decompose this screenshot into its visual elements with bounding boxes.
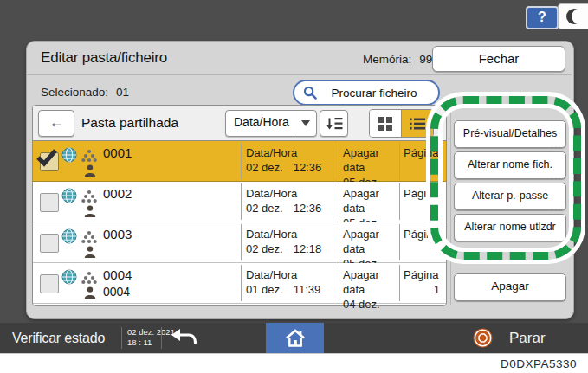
- shared-network-icon: [81, 190, 97, 203]
- device-screen: ? Editar pasta/ficheiro Memória:99% Fech…: [0, 0, 588, 373]
- shared-network-icon: [81, 149, 97, 163]
- delete-button[interactable]: Apagar: [454, 273, 566, 301]
- list-view-icon: [410, 118, 425, 130]
- globe-icon: [61, 228, 77, 244]
- highlight-annotation: [430, 96, 581, 260]
- date-cell: Data/Hora 02 dez.12:36: [246, 186, 336, 215]
- selected-count: 01: [116, 86, 129, 99]
- list-view-button[interactable]: [401, 110, 433, 137]
- chevron-down-icon: [301, 120, 310, 126]
- user-icon: [84, 246, 96, 258]
- file-row-0004[interactable]: 0004 0004 Data/Hora 01 dez.11:39 Apagar …: [33, 263, 446, 304]
- document-code: D0DXPA5330: [501, 357, 577, 370]
- date-cell: Data/Hora 02 dez.12:36: [246, 145, 336, 175]
- home-button[interactable]: [266, 323, 324, 353]
- view-toggle: [369, 109, 434, 138]
- back-arrow-icon: ←: [48, 113, 64, 131]
- shared-network-icon: [81, 271, 97, 285]
- list-toolbar: ← Pasta partilhada Data/Hora: [33, 106, 446, 141]
- date-value: 02 dez. 2021: [127, 327, 175, 337]
- file-owner: 0004: [103, 285, 130, 299]
- grid-view-icon: [378, 117, 392, 131]
- title-divider: [27, 74, 572, 75]
- user-icon: [84, 286, 96, 299]
- globe-icon: [61, 147, 77, 163]
- divider: [121, 327, 122, 349]
- file-rows: 0001 Data/Hora 02 dez.12:36 Apagar data …: [33, 141, 446, 304]
- file-name: 0001: [103, 145, 132, 160]
- checkbox[interactable]: [40, 193, 59, 212]
- stop-icon[interactable]: [473, 328, 493, 351]
- delete-date-cell: Apagar data 04 dez.: [343, 267, 397, 312]
- bottom-bar: Verificar estado 02 dez. 2021 18 : 11: [0, 323, 588, 353]
- datetime: 02 dez. 2021 18 : 11: [127, 327, 175, 348]
- time-value: 18 : 11: [127, 338, 152, 347]
- file-name: 0003: [103, 227, 132, 241]
- undo-arrow-icon: [170, 328, 197, 347]
- moon-icon: [566, 9, 582, 24]
- thumbnail-view-button[interactable]: [370, 110, 401, 137]
- page-title: Editar pasta/ficheiro: [41, 49, 167, 67]
- file-row-0002[interactable]: 0002 Data/Hora 02 dez.12:36 Apagar data …: [33, 182, 446, 222]
- pages-cell: Página 1: [404, 267, 440, 297]
- folder-name: Pasta partilhada: [81, 106, 178, 140]
- back-button[interactable]: ←: [38, 110, 74, 137]
- back-undo-button[interactable]: [170, 328, 197, 350]
- memory-label: Memória:: [363, 53, 411, 66]
- footer-strip: D0DXPA5330: [0, 353, 588, 373]
- file-row-0003[interactable]: 0003 Data/Hora 02 dez.12:18 Apagar data …: [33, 222, 446, 263]
- check-status-button[interactable]: Verificar estado: [12, 323, 105, 353]
- globe-icon: [61, 188, 77, 203]
- check-icon: [36, 148, 58, 167]
- shared-network-icon: [81, 230, 97, 244]
- sort-by-dropdown[interactable]: Data/Hora: [225, 110, 317, 137]
- search-icon: [303, 86, 317, 100]
- stop-button[interactable]: Parar: [509, 323, 546, 353]
- divider: [161, 327, 162, 349]
- search-file-button[interactable]: Procurar ficheiro: [293, 80, 440, 106]
- file-name: 0002: [103, 186, 132, 201]
- sort-order-button[interactable]: [320, 110, 348, 137]
- selected-label: Selecionado:: [41, 86, 108, 99]
- file-name: 0004: [103, 267, 132, 282]
- search-label: Procurar ficheiro: [322, 87, 438, 100]
- date-cell: Data/Hora 02 dez.12:18: [246, 227, 336, 256]
- help-button[interactable]: ?: [526, 6, 559, 29]
- checkbox[interactable]: [40, 234, 59, 253]
- checkbox[interactable]: [40, 274, 59, 293]
- file-list: ← Pasta partilhada Data/Hora: [32, 105, 447, 306]
- memory-indicator: Memória:99%: [363, 53, 443, 66]
- close-button[interactable]: Fechar: [432, 46, 565, 72]
- dropdown-caret[interactable]: [294, 111, 316, 136]
- user-icon: [84, 164, 96, 177]
- date-cell: Data/Hora 01 dez.11:39: [246, 267, 336, 297]
- sort-descending-icon: [326, 117, 343, 131]
- globe-icon: [61, 269, 77, 285]
- user-icon: [84, 205, 96, 217]
- home-icon: [284, 328, 307, 348]
- file-row-0001[interactable]: 0001 Data/Hora 02 dez.12:36 Apagar data …: [33, 141, 446, 182]
- energy-saver-button[interactable]: [558, 3, 588, 29]
- sort-by-value: Data/Hora: [226, 111, 294, 136]
